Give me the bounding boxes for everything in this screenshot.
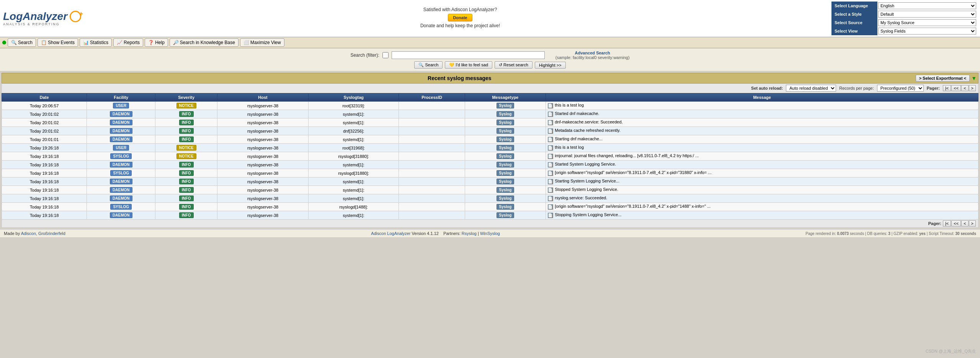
- message-icon[interactable]: [548, 171, 553, 176]
- cell-message: rsyslog.service: Succeeded.: [546, 194, 978, 203]
- cell-host: rsyslogserver-38: [217, 194, 309, 203]
- cell-date: Today 19:16:18: [2, 203, 87, 211]
- navbar: 🔍 Search 📋 Show Events 📊 Statistics 📈 Re…: [0, 37, 980, 48]
- bottom-pager-first[interactable]: |<: [943, 220, 951, 227]
- controls-bar: Set auto reload: Auto reload disabled Re…: [2, 84, 978, 93]
- severity-badge: INFO: [179, 111, 194, 117]
- message-icon[interactable]: [548, 187, 553, 193]
- message-icon[interactable]: [548, 120, 553, 125]
- source-label: Select Source: [831, 18, 877, 27]
- message-icon[interactable]: [548, 204, 553, 210]
- cell-processid: [399, 127, 465, 135]
- nav-maximize[interactable]: ⬜ Maximize View: [240, 38, 284, 47]
- cell-msgtype: Syslog: [465, 110, 546, 118]
- table-row: Today 20:01:02 DAEMON INFO rsyslogserver…: [2, 127, 978, 135]
- logo: LogAnalyzer + ANALYSIS & REPORTING: [3, 11, 81, 26]
- cell-host: rsyslogserver-38: [217, 144, 309, 152]
- severity-badge: INFO: [179, 120, 194, 125]
- cell-msgtype: Syslog: [465, 161, 546, 169]
- reset-search-button[interactable]: ↺ Reset search: [495, 61, 532, 69]
- cell-message: Started dnf makecache.: [546, 110, 978, 118]
- nav-search[interactable]: 🔍 Search: [8, 38, 36, 47]
- pager-next[interactable]: >: [969, 85, 976, 91]
- pager-prev-far[interactable]: <<: [951, 85, 961, 91]
- autoreload-select[interactable]: Auto reload disabled: [786, 85, 836, 92]
- cell-message: Stopping System Logging Service...: [546, 211, 978, 220]
- message-icon[interactable]: [548, 145, 553, 151]
- nav-statistics[interactable]: 📊 Statistics: [80, 38, 112, 47]
- message-icon[interactable]: [548, 128, 553, 134]
- message-icon[interactable]: [548, 103, 553, 108]
- severity-badge: INFO: [179, 179, 194, 184]
- bottom-pager-next[interactable]: >: [969, 220, 976, 227]
- cell-severity: INFO: [155, 135, 217, 144]
- facility-badge: SYSLOG: [110, 170, 132, 176]
- rsyslog-link[interactable]: Rsyslog: [462, 231, 477, 236]
- cell-msgtype: Syslog: [465, 203, 546, 211]
- table-row: Today 19:16:18 SYSLOG NOTICE rsyslogserv…: [2, 152, 978, 161]
- cell-msgtype: Syslog: [465, 194, 546, 203]
- export-button[interactable]: > Select Exportformat <: [916, 75, 970, 82]
- style-select[interactable]: Default: [878, 11, 976, 18]
- pager-prev[interactable]: <: [961, 85, 968, 91]
- bottom-pager-prev[interactable]: <: [961, 220, 968, 227]
- export-arrow-icon[interactable]: ▼: [971, 75, 977, 81]
- message-icon[interactable]: [548, 137, 553, 142]
- search-input[interactable]: [392, 51, 545, 59]
- cell-date: Today 20:01:01: [2, 135, 87, 144]
- language-select[interactable]: English: [878, 2, 976, 9]
- pager-controls: |< << < >: [943, 85, 976, 91]
- msgtype-badge: Syslog: [497, 179, 514, 184]
- cell-processid: [399, 161, 465, 169]
- winsyslog-link[interactable]: WinSyslog: [480, 231, 500, 236]
- msgtype-badge: Syslog: [497, 187, 514, 193]
- search-toggle[interactable]: [382, 52, 389, 58]
- cell-syslogtag: systemd[1]:: [309, 118, 399, 127]
- message-icon[interactable]: [548, 213, 553, 218]
- pager-first[interactable]: |<: [943, 85, 951, 91]
- cell-facility: DAEMON: [87, 177, 155, 186]
- donate-button[interactable]: Donate: [448, 14, 472, 21]
- nav-reports[interactable]: 📈 Reports: [113, 38, 143, 47]
- nav-show-events[interactable]: 📋 Show Events: [38, 38, 78, 47]
- message-icon[interactable]: [548, 162, 553, 168]
- msgtype-badge: Syslog: [497, 136, 514, 142]
- search-button[interactable]: 🔍 Search: [414, 61, 443, 69]
- cell-date: Today 19:16:18: [2, 211, 87, 220]
- highlight-button[interactable]: Highlight >>: [535, 62, 566, 69]
- table-row: Today 20:01:01 DAEMON INFO rsyslogserver…: [2, 135, 978, 144]
- cell-syslogtag: root[32319]:: [309, 102, 399, 110]
- message-icon[interactable]: [548, 112, 553, 117]
- version-label: Version 4.1.12: [412, 231, 439, 236]
- view-select[interactable]: Syslog Fields: [878, 28, 976, 34]
- advanced-search-info: Advanced Search (sample: facility:local0…: [555, 51, 630, 60]
- status-dot: [2, 41, 6, 44]
- nav-help[interactable]: ❓ Help: [145, 38, 168, 47]
- cell-date: Today 20:01:02: [2, 110, 87, 118]
- cell-host: rsyslogserver-38: [217, 211, 309, 220]
- cell-processid: [399, 110, 465, 118]
- company-link[interactable]: Adiscon, Großrinderfeld: [21, 231, 65, 236]
- cell-msgtype: Syslog: [465, 135, 546, 144]
- msgtype-badge: Syslog: [497, 170, 514, 176]
- app-link[interactable]: Adiscon LogAnalyzer: [371, 231, 410, 236]
- col-syslogtag: Syslogtag: [309, 94, 399, 102]
- cell-host: rsyslogserver-38: [217, 102, 309, 110]
- col-message: Message: [546, 94, 978, 102]
- message-icon[interactable]: [548, 154, 553, 159]
- records-select[interactable]: Preconfigured (50): [877, 85, 924, 92]
- cell-facility: USER: [87, 144, 155, 152]
- cell-facility: DAEMON: [87, 194, 155, 203]
- pager-label: Pager:: [927, 86, 940, 90]
- cell-syslogtag: root[31968]:: [309, 144, 399, 152]
- nav-knowledge-base[interactable]: 🔎 Search in Knowledge Base: [170, 38, 238, 47]
- facility-badge: DAEMON: [110, 128, 132, 134]
- cell-severity: INFO: [155, 186, 217, 194]
- message-icon[interactable]: [548, 179, 553, 184]
- message-icon[interactable]: [548, 196, 553, 201]
- cell-host: rsyslogserver-38: [217, 161, 309, 169]
- feel-sad-button[interactable]: 💛 I'd like to feel sad: [445, 61, 492, 69]
- search-icon: 🔍: [11, 40, 17, 45]
- bottom-pager-prev-far[interactable]: <<: [951, 220, 961, 227]
- source-select[interactable]: My Syslog Source: [878, 19, 976, 26]
